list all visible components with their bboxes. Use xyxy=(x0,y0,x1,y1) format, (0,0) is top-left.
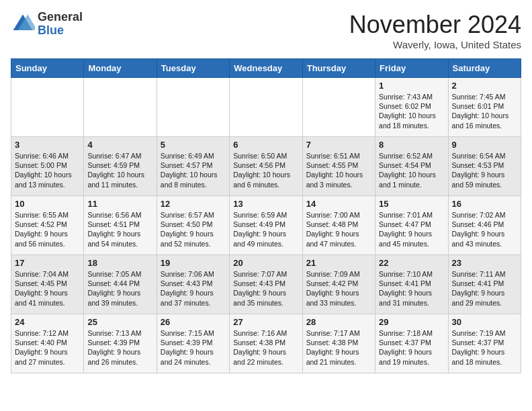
calendar-cell: 18Sunrise: 7:05 AM Sunset: 4:44 PM Dayli… xyxy=(84,255,157,314)
weekday-header-row: SundayMondayTuesdayWednesdayThursdayFrid… xyxy=(11,59,521,78)
day-info: Sunrise: 6:50 AM Sunset: 4:56 PM Dayligh… xyxy=(233,151,298,189)
calendar-cell: 23Sunrise: 7:11 AM Sunset: 4:41 PM Dayli… xyxy=(448,255,521,314)
day-number: 18 xyxy=(87,258,152,268)
calendar-cell: 29Sunrise: 7:18 AM Sunset: 4:37 PM Dayli… xyxy=(375,314,448,373)
calendar-cell: 7Sunrise: 6:51 AM Sunset: 4:55 PM Daylig… xyxy=(302,137,375,196)
title-area: November 2024 Waverly, Iowa, United Stat… xyxy=(349,11,521,50)
calendar-cell xyxy=(157,78,229,137)
calendar-cell: 1Sunrise: 7:43 AM Sunset: 6:02 PM Daylig… xyxy=(375,78,448,137)
day-number: 11 xyxy=(87,199,152,209)
calendar-cell: 8Sunrise: 6:52 AM Sunset: 4:54 PM Daylig… xyxy=(375,137,448,196)
calendar-cell: 2Sunrise: 7:45 AM Sunset: 6:01 PM Daylig… xyxy=(448,78,521,137)
day-info: Sunrise: 6:57 AM Sunset: 4:50 PM Dayligh… xyxy=(161,210,226,248)
calendar-cell: 6Sunrise: 6:50 AM Sunset: 4:56 PM Daylig… xyxy=(230,137,302,196)
calendar-cell: 26Sunrise: 7:15 AM Sunset: 4:39 PM Dayli… xyxy=(157,314,229,373)
calendar-cell: 30Sunrise: 7:19 AM Sunset: 4:37 PM Dayli… xyxy=(448,314,521,373)
calendar-cell: 22Sunrise: 7:10 AM Sunset: 4:41 PM Dayli… xyxy=(375,255,448,314)
day-info: Sunrise: 6:47 AM Sunset: 4:59 PM Dayligh… xyxy=(87,151,152,189)
calendar-cell: 24Sunrise: 7:12 AM Sunset: 4:40 PM Dayli… xyxy=(11,314,84,373)
weekday-header-sunday: Sunday xyxy=(11,59,84,78)
day-info: Sunrise: 6:51 AM Sunset: 4:55 PM Dayligh… xyxy=(306,151,371,189)
calendar-week-1: 3Sunrise: 6:46 AM Sunset: 5:00 PM Daylig… xyxy=(11,137,521,196)
day-info: Sunrise: 7:02 AM Sunset: 4:46 PM Dayligh… xyxy=(452,210,517,248)
day-number: 6 xyxy=(233,140,298,150)
day-number: 22 xyxy=(379,258,444,268)
day-info: Sunrise: 7:12 AM Sunset: 4:40 PM Dayligh… xyxy=(15,328,80,367)
day-info: Sunrise: 7:04 AM Sunset: 4:45 PM Dayligh… xyxy=(15,269,80,308)
calendar-cell: 13Sunrise: 6:59 AM Sunset: 4:49 PM Dayli… xyxy=(230,196,302,255)
calendar-cell: 17Sunrise: 7:04 AM Sunset: 4:45 PM Dayli… xyxy=(11,255,84,314)
calendar-cell: 10Sunrise: 6:55 AM Sunset: 4:52 PM Dayli… xyxy=(11,196,84,255)
month-title: November 2024 xyxy=(349,11,521,39)
logo-icon xyxy=(11,12,35,36)
day-number: 2 xyxy=(452,81,517,91)
day-info: Sunrise: 7:05 AM Sunset: 4:44 PM Dayligh… xyxy=(87,269,152,308)
calendar-body: 1Sunrise: 7:43 AM Sunset: 6:02 PM Daylig… xyxy=(11,78,521,373)
weekday-header-friday: Friday xyxy=(375,59,448,78)
calendar-header: SundayMondayTuesdayWednesdayThursdayFrid… xyxy=(11,59,521,78)
calendar-cell: 11Sunrise: 6:56 AM Sunset: 4:51 PM Dayli… xyxy=(84,196,157,255)
day-number: 8 xyxy=(379,140,444,150)
day-info: Sunrise: 6:54 AM Sunset: 4:53 PM Dayligh… xyxy=(452,151,517,189)
day-number: 7 xyxy=(306,140,371,150)
calendar-week-3: 17Sunrise: 7:04 AM Sunset: 4:45 PM Dayli… xyxy=(11,255,521,314)
calendar-table: SundayMondayTuesdayWednesdayThursdayFrid… xyxy=(11,58,521,373)
calendar-cell xyxy=(302,78,375,137)
day-info: Sunrise: 7:17 AM Sunset: 4:38 PM Dayligh… xyxy=(306,328,371,367)
calendar-week-4: 24Sunrise: 7:12 AM Sunset: 4:40 PM Dayli… xyxy=(11,314,521,373)
day-number: 12 xyxy=(161,199,226,209)
day-info: Sunrise: 6:55 AM Sunset: 4:52 PM Dayligh… xyxy=(15,210,80,248)
page-header: General Blue November 2024 Waverly, Iowa… xyxy=(11,11,521,50)
calendar-cell: 20Sunrise: 7:07 AM Sunset: 4:43 PM Dayli… xyxy=(230,255,302,314)
calendar-cell: 9Sunrise: 6:54 AM Sunset: 4:53 PM Daylig… xyxy=(448,137,521,196)
day-number: 28 xyxy=(306,317,371,327)
calendar-cell: 5Sunrise: 6:49 AM Sunset: 4:57 PM Daylig… xyxy=(157,137,229,196)
day-number: 17 xyxy=(15,258,80,268)
day-info: Sunrise: 7:16 AM Sunset: 4:38 PM Dayligh… xyxy=(233,328,298,367)
day-info: Sunrise: 6:49 AM Sunset: 4:57 PM Dayligh… xyxy=(161,151,226,189)
day-info: Sunrise: 7:00 AM Sunset: 4:48 PM Dayligh… xyxy=(306,210,371,248)
day-number: 25 xyxy=(87,317,152,327)
day-number: 10 xyxy=(15,199,80,209)
day-number: 24 xyxy=(15,317,80,327)
day-info: Sunrise: 7:10 AM Sunset: 4:41 PM Dayligh… xyxy=(379,269,444,308)
day-info: Sunrise: 7:18 AM Sunset: 4:37 PM Dayligh… xyxy=(379,328,444,367)
calendar-cell: 19Sunrise: 7:06 AM Sunset: 4:43 PM Dayli… xyxy=(157,255,229,314)
calendar-cell xyxy=(84,78,157,137)
day-info: Sunrise: 6:52 AM Sunset: 4:54 PM Dayligh… xyxy=(379,151,444,189)
calendar-cell: 27Sunrise: 7:16 AM Sunset: 4:38 PM Dayli… xyxy=(230,314,302,373)
day-info: Sunrise: 6:56 AM Sunset: 4:51 PM Dayligh… xyxy=(87,210,152,248)
day-info: Sunrise: 7:13 AM Sunset: 4:39 PM Dayligh… xyxy=(87,328,152,367)
day-number: 27 xyxy=(233,317,298,327)
day-info: Sunrise: 7:15 AM Sunset: 4:39 PM Dayligh… xyxy=(161,328,226,367)
day-info: Sunrise: 6:59 AM Sunset: 4:49 PM Dayligh… xyxy=(233,210,298,248)
weekday-header-monday: Monday xyxy=(84,59,157,78)
day-info: Sunrise: 7:01 AM Sunset: 4:47 PM Dayligh… xyxy=(379,210,444,248)
day-number: 30 xyxy=(452,317,517,327)
day-info: Sunrise: 6:46 AM Sunset: 5:00 PM Dayligh… xyxy=(15,151,80,189)
day-number: 3 xyxy=(15,140,80,150)
location: Waverly, Iowa, United States xyxy=(349,39,521,50)
day-number: 19 xyxy=(161,258,226,268)
day-info: Sunrise: 7:43 AM Sunset: 6:02 PM Dayligh… xyxy=(379,92,444,130)
day-number: 1 xyxy=(379,81,444,91)
day-number: 16 xyxy=(452,199,517,209)
calendar-cell: 28Sunrise: 7:17 AM Sunset: 4:38 PM Dayli… xyxy=(302,314,375,373)
calendar-cell: 4Sunrise: 6:47 AM Sunset: 4:59 PM Daylig… xyxy=(84,137,157,196)
day-info: Sunrise: 7:19 AM Sunset: 4:37 PM Dayligh… xyxy=(452,328,517,367)
weekday-header-tuesday: Tuesday xyxy=(157,59,229,78)
day-info: Sunrise: 7:11 AM Sunset: 4:41 PM Dayligh… xyxy=(452,269,517,308)
weekday-header-thursday: Thursday xyxy=(302,59,375,78)
day-number: 13 xyxy=(233,199,298,209)
day-number: 4 xyxy=(87,140,152,150)
day-number: 29 xyxy=(379,317,444,327)
day-number: 9 xyxy=(452,140,517,150)
day-number: 26 xyxy=(161,317,226,327)
day-info: Sunrise: 7:06 AM Sunset: 4:43 PM Dayligh… xyxy=(161,269,226,308)
calendar-cell: 25Sunrise: 7:13 AM Sunset: 4:39 PM Dayli… xyxy=(84,314,157,373)
calendar-cell: 3Sunrise: 6:46 AM Sunset: 5:00 PM Daylig… xyxy=(11,137,84,196)
calendar-cell: 12Sunrise: 6:57 AM Sunset: 4:50 PM Dayli… xyxy=(157,196,229,255)
weekday-header-wednesday: Wednesday xyxy=(230,59,302,78)
calendar-week-0: 1Sunrise: 7:43 AM Sunset: 6:02 PM Daylig… xyxy=(11,78,521,137)
calendar-cell: 14Sunrise: 7:00 AM Sunset: 4:48 PM Dayli… xyxy=(302,196,375,255)
